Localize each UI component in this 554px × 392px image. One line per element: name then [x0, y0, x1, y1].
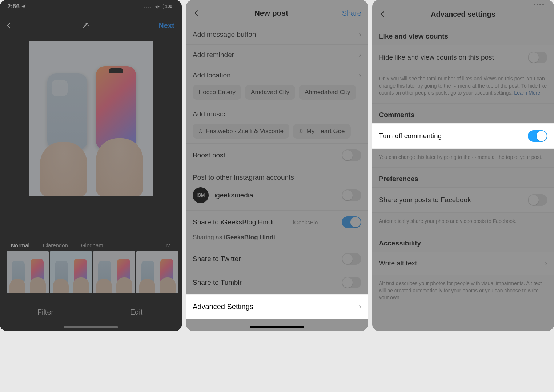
photo-preview-area [0, 39, 182, 237]
filter-thumb-clarendon[interactable] [50, 251, 92, 293]
boost-toggle[interactable] [342, 149, 361, 161]
share-hindi-toggle[interactable] [342, 216, 361, 228]
row-turn-off-commenting: Turn off commenting [372, 123, 554, 149]
row-write-alt-text[interactable]: Write alt text › [372, 252, 554, 275]
avatar: iGM [193, 187, 209, 203]
location-chip[interactable]: Amdavad City [245, 85, 295, 100]
chevron-right-icon: › [545, 259, 547, 268]
filter-label-normal[interactable]: Normal [11, 242, 30, 248]
row-share-hindi: Share to iGeeksBlog Hindi iGeeksBlo... [186, 210, 368, 234]
music-chip[interactable]: ♫My Heart Goe [293, 124, 351, 139]
magic-wand-icon[interactable] [80, 21, 89, 30]
sharing-as-text: Sharing as iGeeksBlog Hindi. [186, 234, 368, 247]
page-title: Advanced settings [431, 10, 495, 19]
filter-label-clarendon[interactable]: Clarendon [43, 242, 68, 248]
photo-preview[interactable] [29, 41, 153, 196]
alt-text-description: Alt text describes your photos for peopl… [372, 275, 554, 308]
filter-label-partial[interactable]: M [166, 242, 171, 248]
row-share-facebook: Share your posts to Facebook [372, 187, 554, 213]
row-advanced-settings[interactable]: Advanced Settings › [186, 294, 368, 319]
row-add-music[interactable]: Add music [186, 104, 368, 124]
share-button[interactable]: Share [342, 9, 361, 17]
share-facebook-toggle[interactable] [528, 194, 547, 206]
tab-filter[interactable]: Filter [0, 308, 91, 316]
wifi-icon [154, 4, 161, 9]
home-indicator [64, 326, 118, 328]
learn-more-link[interactable]: Learn More [514, 90, 540, 96]
music-chip[interactable]: ♫Fastwebb · Zitelli & Visconte [193, 124, 289, 139]
row-sublabel: iGeeksBlo... [293, 219, 322, 225]
row-add-message-button[interactable]: Add message button › [186, 24, 368, 45]
row-label: Boost post [193, 151, 225, 159]
next-button[interactable]: Next [156, 15, 177, 36]
row-label: Add reminder [193, 51, 234, 59]
home-indicator [250, 326, 304, 328]
share-tumblr-toggle[interactable] [342, 277, 361, 288]
row-boost-post: Boost post [186, 143, 368, 167]
filter-thumbnails[interactable] [0, 251, 182, 293]
location-chips: Hocco Eatery Amdavad City Ahmedabad City [186, 85, 368, 104]
music-note-icon: ♫ [299, 128, 304, 135]
row-label: Add music [193, 110, 225, 118]
turn-off-commenting-toggle[interactable] [528, 130, 547, 142]
location-chip[interactable]: Ahmedabad City [299, 85, 356, 100]
filter-label-gingham[interactable]: Gingham [81, 242, 103, 248]
row-label: Add message button [193, 31, 256, 39]
music-chips: ♫Fastwebb · Zitelli & Visconte ♫My Heart… [186, 124, 368, 143]
turn-off-description: You can change this later by going to th… [372, 149, 554, 168]
location-chip[interactable]: Hocco Eatery [193, 85, 241, 100]
row-label: Add location [193, 71, 231, 79]
hide-likes-toggle[interactable] [528, 52, 547, 63]
row-label: Share to Tumblr [193, 279, 242, 287]
chevron-right-icon: › [359, 71, 361, 79]
screen-filter-editor: 2:56 .... 100 Next Normal Clarendon Ging… [0, 0, 182, 331]
filter-thumb-partial[interactable] [136, 251, 178, 293]
account-handle: igeeksmedia_ [214, 191, 336, 199]
music-chip-label: My Heart Goe [306, 128, 345, 135]
section-likes-header: Like and view counts [372, 25, 554, 45]
account-toggle[interactable] [342, 189, 361, 201]
location-arrow-icon [21, 4, 26, 9]
row-label: Share your posts to Facebook [379, 196, 471, 204]
filters-bar: Normal Clarendon Gingham M [0, 237, 182, 296]
filter-thumb-gingham[interactable] [93, 251, 135, 293]
back-arrow-icon[interactable] [5, 21, 13, 29]
hide-likes-description: Only you will see the total number of li… [372, 70, 554, 104]
music-chip-label: Fastwebb · Zitelli & Visconte [206, 128, 284, 135]
music-note-icon: ♫ [198, 128, 203, 135]
sharing-as-suffix: . [275, 234, 277, 241]
screen-advanced-settings: Advanced settings Like and view counts H… [372, 0, 554, 331]
status-dots [372, 0, 554, 5]
section-preferences-header: Preferences [372, 168, 554, 187]
filter-thumb-normal[interactable] [7, 251, 49, 293]
advanced-top-nav: Advanced settings [372, 5, 554, 25]
section-accessibility-header: Accessibility [372, 232, 554, 252]
row-hide-likes: Hide like and view counts on this post [372, 45, 554, 70]
row-label: Share to Twitter [193, 255, 241, 263]
bottom-tabs: Filter Edit [0, 296, 182, 331]
new-post-top-nav: New post Share [186, 0, 368, 24]
row-label: Advanced Settings [193, 303, 253, 311]
row-share-tumblr: Share to Tumblr [186, 271, 368, 294]
other-accounts-label: Post to other Instagram accounts [186, 167, 368, 185]
sharing-as-name: iGeeksBlog Hindi [224, 234, 275, 241]
share-twitter-toggle[interactable] [342, 253, 361, 265]
back-arrow-icon[interactable] [193, 9, 201, 17]
battery-indicator: 100 [163, 4, 174, 9]
row-add-reminder[interactable]: Add reminder › [186, 45, 368, 65]
share-facebook-description: Automatically share your photo and video… [372, 213, 554, 232]
screen-new-post: New post Share Add message button › Add … [186, 0, 368, 331]
chevron-right-icon: › [359, 51, 361, 59]
back-arrow-icon[interactable] [379, 10, 387, 18]
editor-top-nav: Next [0, 12, 182, 39]
row-add-location[interactable]: Add location › [186, 65, 368, 85]
section-comments-header: Comments [372, 104, 554, 123]
row-label: Share to iGeeksBlog Hindi [193, 218, 274, 226]
row-label: Write alt text [379, 259, 417, 267]
row-share-twitter: Share to Twitter [186, 247, 368, 271]
next-button-label: Next [158, 21, 174, 30]
row-label: Turn off commenting [379, 132, 442, 140]
page-title: New post [254, 9, 288, 17]
tab-edit[interactable]: Edit [91, 308, 182, 316]
row-label: Hide like and view counts on this post [379, 53, 494, 61]
